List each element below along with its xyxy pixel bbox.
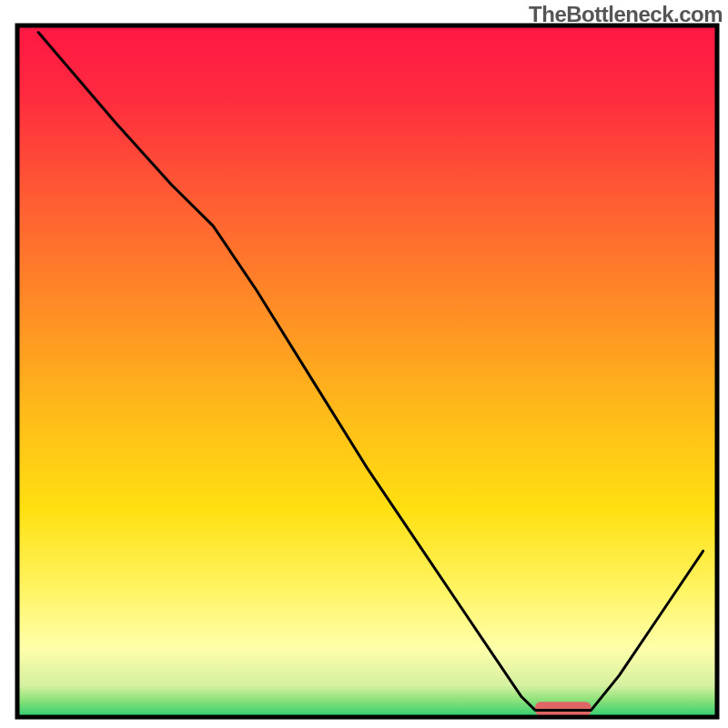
watermark-text: TheBottleneck.com [529,2,723,27]
optimal-zone-marker [535,702,592,715]
chart-container: { "watermark": "TheBottleneck.com", "cha… [0,0,728,728]
chart-svg [0,0,728,728]
